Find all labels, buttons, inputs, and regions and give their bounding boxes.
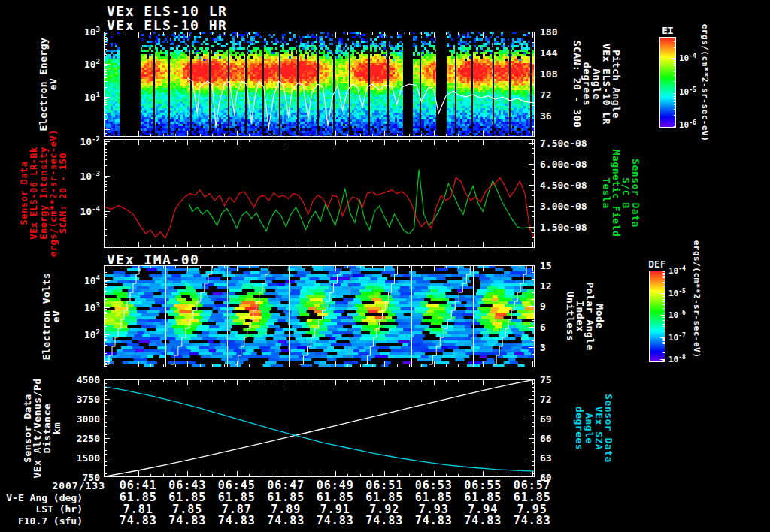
- y-axis-tick-label: 4500: [77, 374, 100, 385]
- y-axis-tick-label: 6: [540, 321, 546, 332]
- y-axis-tick-label: 103: [84, 301, 100, 313]
- y-axis-tick-label: 6.00e-08: [540, 159, 587, 170]
- ephemeris-value: 74.83: [267, 514, 305, 527]
- els-panel-title: VEx ELS-10 LR VEx ELS-10 HR: [107, 4, 227, 32]
- f107-row-label: F10.7 (sfu): [18, 515, 83, 527]
- y-axis-tick-label: 72: [540, 89, 552, 101]
- y-axis-tick-label: 102: [84, 328, 100, 340]
- bfield-right-axis-label: Sensor Data S/C B Magnetic Field Tesla: [602, 150, 641, 237]
- y-axis-tick-label: 15: [540, 260, 552, 271]
- ve-ang-row-label: V-E Ang (deg): [6, 492, 83, 503]
- y-axis-tick-label: 3000: [77, 413, 100, 425]
- intensity-left-axis-label: Sensor Data VEx ELS-06 LR-Bk Energy Inte…: [20, 129, 68, 257]
- y-axis-tick-label: 108: [540, 68, 557, 80]
- y-axis-tick-label: 1500: [77, 452, 100, 464]
- els-spectrogram-canvas: [104, 32, 535, 137]
- y-axis-tick-label: 2250: [77, 433, 100, 444]
- els-right-axis-label: Pitch Angle VEx ELS-10 LR Angle degrees …: [572, 41, 621, 128]
- y-axis-tick-label: 69: [540, 413, 552, 425]
- ephemeris-value: 74.83: [218, 514, 256, 527]
- orbit-left-axis-label: Sensor Data VEx Alt/Venus/Pd Distance km: [23, 378, 62, 478]
- y-axis-tick-label: 66: [540, 433, 552, 444]
- colorbar-tick-label: 10-6: [668, 310, 686, 321]
- ephemeris-value: 74.83: [120, 514, 157, 527]
- y-axis-tick-label: 102: [84, 58, 100, 70]
- y-axis-tick-label: 180: [540, 26, 557, 38]
- y-axis-tick-label: 3750: [77, 394, 100, 405]
- ephemeris-value: 74.83: [514, 514, 551, 527]
- ephemeris-value: 74.83: [168, 514, 206, 527]
- y-axis-tick-label: 75: [540, 374, 552, 385]
- els-left-axis-label: Electron Energy eV: [38, 38, 58, 131]
- y-axis-tick-label: 3.00e-08: [540, 201, 587, 212]
- colorbar-tick-label: 10-6: [679, 119, 696, 131]
- sza-right-axis-label: Sensor Data VEx SZA Angle degrees: [574, 394, 614, 463]
- colorbar-tick-label: 10-8: [668, 354, 686, 365]
- def-colorbar-units: ergs/(cm**2-sr-sec-eV): [692, 240, 701, 358]
- colorbar-tick-label: 10-4: [679, 52, 696, 63]
- y-axis-tick-label: 7.50e-08: [540, 138, 587, 149]
- ephemeris-value: 74.83: [415, 514, 453, 527]
- y-axis-tick-label: 4.50e-08: [540, 180, 587, 191]
- ei-colorbar-units: ergs/(cm**2-sr-sec-eV): [700, 24, 709, 142]
- y-axis-tick-label: 101: [84, 91, 100, 103]
- y-axis-tick-label: 12: [540, 280, 552, 292]
- y-axis-tick-label: 1.50e-08: [540, 222, 587, 233]
- y-axis-tick-label: 104: [84, 274, 100, 286]
- ima-left-axis-label: Electron Volts eV: [41, 273, 61, 361]
- ima-right-axis-label: Mode Polar Angle Index Unitless: [565, 282, 605, 351]
- y-axis-tick-label: 63: [540, 452, 552, 464]
- intensity-bfield-plot-canvas: [104, 139, 535, 248]
- ephemeris-value: 74.83: [464, 514, 502, 527]
- y-axis-tick-label: 3: [540, 341, 546, 352]
- y-axis-tick-label: 10-2: [80, 135, 101, 147]
- def-colorbar: [649, 271, 665, 362]
- lst-row-label: LST (hr): [35, 503, 83, 515]
- y-axis-tick-label: 144: [540, 47, 557, 59]
- y-axis-tick-label: 72: [540, 394, 552, 405]
- colorbar-tick-label: 10-5: [668, 287, 686, 298]
- ephemeris-value: 74.83: [365, 514, 403, 527]
- ima-spectrogram-canvas: [104, 265, 535, 367]
- colorbar-tick-label: 10-4: [668, 265, 686, 277]
- colorbar-tick-label: 10-7: [668, 331, 686, 343]
- def-colorbar-title: DEF: [648, 258, 665, 270]
- ei-colorbar-title: EI: [662, 25, 674, 36]
- colorbar-tick-label: 10-5: [679, 86, 696, 97]
- y-axis-tick-label: 10-4: [80, 205, 101, 217]
- y-axis-tick-label: 9: [540, 301, 546, 312]
- vex-summary-plot: VEx ELS-10 LR VEx ELS-10 HR VEx IMA-00 E…: [0, 0, 770, 532]
- y-axis-tick-label: 750: [83, 472, 100, 483]
- y-axis-tick-label: 36: [540, 110, 552, 122]
- ephemeris-value: 74.83: [317, 514, 354, 527]
- altitude-sza-plot-canvas: [104, 379, 535, 477]
- ei-colorbar: [659, 37, 676, 128]
- y-axis-tick-label: 103: [84, 26, 100, 38]
- y-axis-tick-label: 10-3: [80, 170, 101, 182]
